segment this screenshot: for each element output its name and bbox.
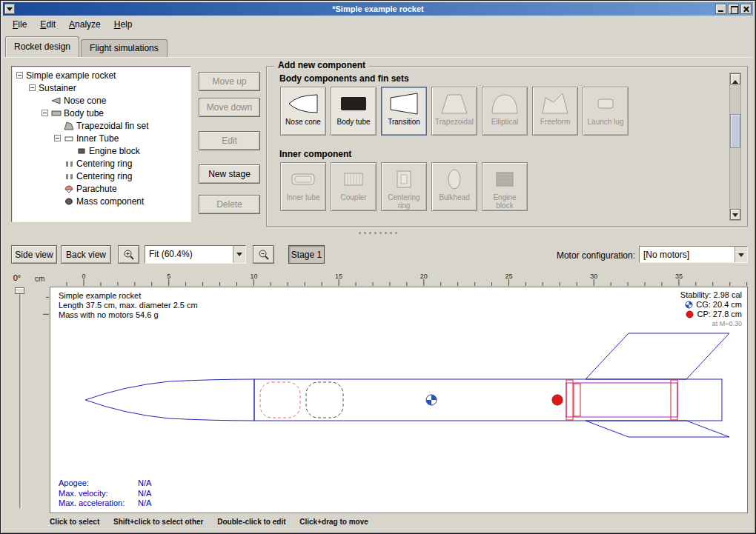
max-velocity-label: Max. velocity: bbox=[59, 489, 138, 499]
tree-expander-icon[interactable] bbox=[29, 84, 36, 91]
tree-item-mass-component[interactable]: Mass component bbox=[13, 195, 189, 207]
move-up-button[interactable]: Move up bbox=[199, 72, 260, 91]
side-view-button[interactable]: Side view bbox=[11, 245, 57, 264]
component-button-label: Body tube bbox=[335, 118, 371, 126]
tab-flight-simulations[interactable]: Flight simulations bbox=[81, 39, 168, 57]
stage-1-toggle[interactable]: Stage 1 bbox=[288, 245, 325, 264]
component-coupler-button[interactable]: Coupler bbox=[331, 162, 377, 211]
tree-item-engine-block[interactable]: Engine block bbox=[13, 144, 189, 157]
chevron-down-icon[interactable] bbox=[735, 247, 747, 262]
cp-legend-icon bbox=[686, 310, 694, 318]
move-down-button[interactable]: Move down bbox=[199, 98, 260, 117]
tree-item-parachute[interactable]: Parachute bbox=[13, 182, 189, 195]
add-component-panel: Add new component Body components and fi… bbox=[266, 66, 748, 227]
component-engine-block-button[interactable]: Engine block bbox=[482, 162, 528, 211]
component-centering-ring-button[interactable]: Centering ring bbox=[381, 162, 427, 211]
add-component-title: Add new component bbox=[274, 60, 369, 70]
nose-cone-icon bbox=[51, 96, 64, 105]
rocket-view-canvas[interactable]: Simple example rocket Length 37.5 cm, ma… bbox=[50, 287, 748, 513]
component-bulkhead-button[interactable]: Bulkhead bbox=[431, 162, 477, 211]
tree-item-label: Parachute bbox=[76, 184, 117, 194]
centering-ring-icon bbox=[64, 172, 76, 181]
tab-row: Rocket designFlight simulations bbox=[5, 36, 169, 57]
zoom-out-icon bbox=[258, 249, 270, 261]
menu-bar: FileEditAnalyzeHelp bbox=[3, 16, 753, 33]
minimize-button[interactable] bbox=[715, 4, 726, 14]
scroll-down-icon[interactable] bbox=[730, 209, 740, 220]
menu-help[interactable]: Help bbox=[107, 17, 139, 32]
group-label-body-components: Body components and fin sets bbox=[279, 73, 409, 84]
tree-item-simple-example-rocket[interactable]: Simple example rocket bbox=[13, 69, 189, 81]
tree-expander-icon[interactable] bbox=[54, 135, 61, 141]
component-panel-scrollbar[interactable] bbox=[729, 73, 741, 221]
component-freeform-button[interactable]: Freeform bbox=[532, 87, 578, 136]
component-button-label: Bulkhead bbox=[437, 193, 471, 201]
zoom-out-button[interactable] bbox=[253, 245, 274, 264]
zoom-in-button[interactable] bbox=[118, 245, 139, 264]
component-launch-lug-button[interactable]: Launch lug bbox=[583, 87, 629, 136]
window-menu-button[interactable] bbox=[4, 4, 15, 14]
nose-cone-outline bbox=[85, 379, 254, 421]
svg-text:0: 0 bbox=[82, 273, 85, 280]
motor-configuration-value: [No motors] bbox=[640, 247, 735, 262]
tree-item-nose-cone[interactable]: Nose cone bbox=[13, 94, 189, 107]
back-view-button[interactable]: Back view bbox=[61, 245, 111, 264]
apogee-label: Apogee: bbox=[59, 478, 138, 489]
scrollbar-thumb[interactable] bbox=[730, 114, 740, 148]
rocket-drawing[interactable] bbox=[50, 287, 747, 513]
tree-item-sustainer[interactable]: Sustainer bbox=[13, 81, 189, 94]
tree-item-inner-tube[interactable]: Inner Tube bbox=[13, 132, 189, 144]
max-acceleration-value: N/A bbox=[138, 498, 151, 507]
tree-item-trapezoidal-fin-set[interactable]: Trapezoidal fin set bbox=[13, 119, 189, 132]
component-button-label: Engine block bbox=[483, 193, 527, 210]
tree-expander-icon[interactable] bbox=[16, 72, 23, 79]
inner-tube-outline bbox=[566, 383, 677, 417]
status-bar: Click to select Shift+click to select ot… bbox=[50, 518, 380, 526]
menu-edit[interactable]: Edit bbox=[33, 17, 62, 32]
trapezoidal-fin-icon bbox=[438, 90, 471, 117]
maximize-button[interactable] bbox=[728, 4, 739, 14]
delete-button[interactable]: Delete bbox=[199, 195, 260, 214]
component-body-tube-button[interactable]: Body tube bbox=[331, 87, 377, 136]
component-tree[interactable]: Simple example rocketSustainerNose coneB… bbox=[11, 66, 191, 222]
motor-configuration-combobox[interactable]: [No motors] bbox=[639, 246, 748, 263]
edit-button[interactable]: Edit bbox=[199, 131, 260, 150]
engine-block-icon bbox=[488, 166, 521, 193]
svg-text:25: 25 bbox=[505, 273, 512, 280]
scroll-up-icon[interactable] bbox=[730, 73, 740, 84]
zoom-level-combobox[interactable]: Fit (60.4%) bbox=[145, 245, 246, 264]
title-bar[interactable]: *Simple example rocket bbox=[3, 2, 753, 16]
svg-text:30: 30 bbox=[590, 273, 597, 280]
tree-item-label: Mass component bbox=[76, 196, 144, 207]
rotation-slider[interactable] bbox=[14, 287, 26, 512]
menu-file[interactable]: File bbox=[6, 17, 33, 32]
component-button-label: Inner tube bbox=[285, 193, 321, 201]
zoom-in-icon bbox=[123, 249, 135, 261]
tree-item-label: Engine block bbox=[89, 146, 140, 156]
component-nose-cone-button[interactable]: Nose cone bbox=[280, 87, 326, 136]
tree-item-body-tube[interactable]: Body tube bbox=[13, 107, 189, 119]
close-button[interactable] bbox=[740, 4, 752, 14]
tree-item-centering-ring[interactable]: Centering ring bbox=[13, 170, 189, 182]
fin-upper-outline bbox=[586, 333, 729, 379]
stability-value: Stability: 2.98 cal bbox=[680, 290, 742, 300]
slider-handle[interactable] bbox=[15, 287, 24, 294]
coupler-icon bbox=[337, 166, 370, 193]
tree-item-centering-ring[interactable]: Centering ring bbox=[13, 157, 189, 170]
splitter-handle[interactable] bbox=[1, 230, 755, 236]
chevron-down-icon[interactable] bbox=[233, 246, 245, 263]
new-stage-button[interactable]: New stage bbox=[199, 164, 260, 184]
tab-rocket-design[interactable]: Rocket design bbox=[5, 36, 79, 57]
component-elliptical-button[interactable]: Elliptical bbox=[482, 87, 528, 136]
component-trapezoidal-button[interactable]: Trapezoidal bbox=[431, 87, 477, 136]
cg-legend-icon bbox=[685, 301, 693, 309]
tree-item-label: Trapezoidal fin set bbox=[76, 121, 149, 131]
svg-text:35: 35 bbox=[675, 273, 683, 280]
component-button-label: Trapezoidal bbox=[434, 118, 475, 126]
component-row-0: Nose coneBody tubeTransitionTrapezoidalE… bbox=[280, 87, 629, 136]
component-transition-button[interactable]: Transition bbox=[381, 87, 427, 136]
menu-analyze[interactable]: Analyze bbox=[62, 17, 107, 32]
component-inner-tube-button[interactable]: Inner tube bbox=[280, 162, 326, 211]
tree-expander-icon[interactable] bbox=[42, 110, 48, 116]
horizontal-ruler: 05101520253035 bbox=[50, 273, 748, 287]
